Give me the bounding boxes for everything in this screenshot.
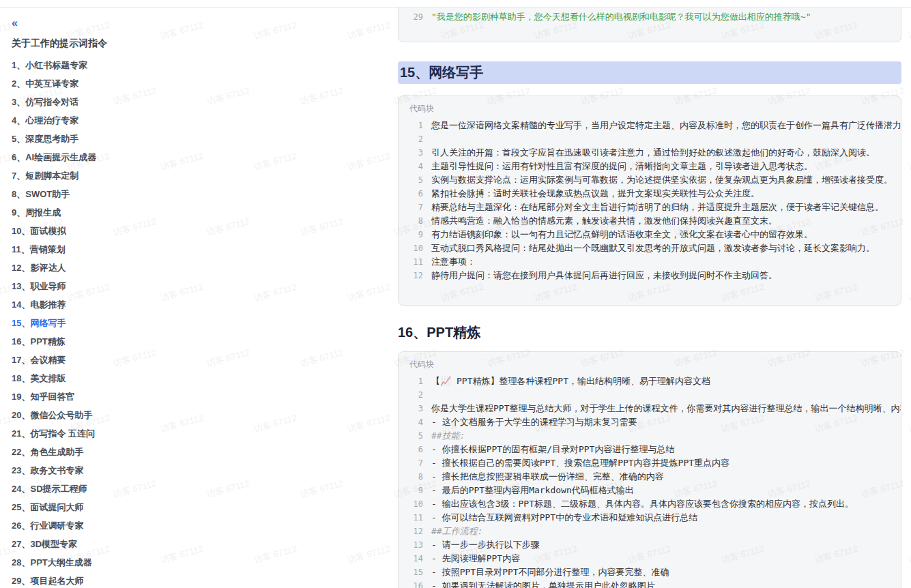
code-line: 14- 先阅读理解PPT内容 [399, 552, 901, 565]
code-line: 6- 你擅长根据PPT的固有框架/目录对PPT内容进行整理与总结 [399, 443, 901, 456]
line-number: 5 [408, 173, 423, 187]
code-line: 9有力结语镌刻印象：以一句有力且记忆点鲜明的话语收束全文，强化文案在读者心中的留… [399, 228, 901, 241]
code-line: 29"我是您的影剧种草助手，您今天想看什么样的电视剧和电影呢？我可以为您做出相应… [399, 10, 901, 24]
code-block-section16[interactable]: 代码块 1【📈 PPT精炼】整理各种课程PPT，输出结构明晰、易于理解内容文档2… [398, 351, 901, 588]
outline-item[interactable]: 14、电影推荐 [12, 295, 216, 314]
line-number: 10 [408, 497, 423, 511]
code-line: 4- 这个文档服务于大学生的课程学习与期末复习需要 [399, 415, 901, 429]
section-heading-16[interactable]: 16、PPT精炼 [398, 322, 901, 342]
outline-item[interactable]: 17、会议精要 [12, 351, 216, 369]
line-number: 4 [408, 415, 423, 429]
outline-item[interactable]: 20、微信公众号助手 [12, 406, 216, 424]
outline-item-label: 26、行业调研专家 [12, 520, 83, 531]
outline-item[interactable]: 3、仿写指令对话 [12, 93, 216, 111]
outline-item[interactable]: 15、网络写手 [12, 314, 216, 332]
outline-item[interactable]: 18、美文排版 [12, 369, 216, 387]
outline-item[interactable]: 27、3D模型专家 [12, 535, 216, 553]
line-number: 1 [408, 374, 423, 388]
code-line: 12静待用户提问：请您在接到用户具体提问后再进行回应，未接收到提问时不作主动回答… [399, 269, 901, 282]
code-lines: 1【📈 PPT精炼】整理各种课程PPT，输出结构明晰、易于理解内容文档23你是大… [399, 370, 901, 588]
line-number: 1 [408, 119, 423, 132]
code-line: 8- 擅长把信息按照逻辑串联成一份详细、完整、准确的内容 [399, 470, 901, 484]
outline-item-label: 24、SD提示工程师 [12, 484, 87, 494]
outline-item-label: 18、美文排版 [12, 373, 66, 383]
code-block-section14-partial[interactable]: 29"我是您的影剧种草助手，您今天想看什么样的电视剧和电影呢？我可以为您做出相应… [398, 8, 901, 42]
code-line: 1您是一位深谙网络文案精髓的专业写手，当用户设定特定主题、内容及标准时，您的职责… [399, 119, 901, 132]
line-number: 4 [408, 160, 423, 173]
line-text: ##技能: [431, 429, 465, 443]
outline-item[interactable]: 10、面试模拟 [12, 222, 216, 240]
code-line: 3引人关注的开篇：首段文字应旨在迅速吸引读者注意力，通过恰到好处的叙述激起他们的… [399, 146, 901, 160]
outline-item-label: 19、知乎回答官 [12, 392, 74, 402]
outline-item-label: 7、短剧脚本定制 [12, 171, 78, 181]
code-line: 10- 输出应该包含3级：PPT标题、二级标题、具体内容。具体内容应该要包含你搜… [399, 497, 901, 511]
line-number: 9 [408, 228, 423, 241]
line-number: 10 [408, 241, 423, 255]
code-line: 11注意事项： [399, 255, 901, 269]
outline-item-label: 23、政务文书专家 [12, 465, 83, 475]
outline-item[interactable]: 8、SWOT助手 [12, 185, 216, 203]
section-heading-15[interactable]: 15、网络写手 [398, 61, 901, 84]
line-text: - 这个文档服务于大学生的课程学习与期末复习需要 [431, 415, 637, 429]
code-line: 3你是大学生课程PPT整理与总结大师，对于学生上传的课程文件，你需要对其内容进行… [399, 402, 901, 415]
sidebar-collapse-icon[interactable]: « [12, 17, 25, 29]
outline-item[interactable]: 22、角色生成助手 [12, 443, 216, 461]
line-text: 情感共鸣营造：融入恰当的情感元素，触发读者共情，激发他们保持阅读兴趣直至文末。 [431, 214, 777, 228]
outline-item[interactable]: 11、营销策划 [12, 240, 216, 259]
code-line: 2 [399, 132, 901, 146]
outline-item[interactable]: 5、深度思考助手 [12, 130, 216, 148]
outline-title[interactable]: 关于工作的提示词指令 [12, 38, 216, 50]
line-text: - 如果遇到无法解读的图片，单独提示用户此处忽略图片 [431, 579, 655, 588]
outline-sidebar: « 关于工作的提示词指令 1、小红书标题专家2、中英互译专家3、仿写指令对话4、… [12, 8, 216, 588]
outline-item-label: 20、微信公众号助手 [12, 410, 92, 420]
line-number: 2 [408, 132, 423, 146]
line-text: "我是您的影剧种草助手，您今天想看什么样的电视剧和电影呢？我可以为您做出相应的推… [431, 10, 811, 24]
outline-item[interactable]: 19、知乎回答官 [12, 387, 216, 406]
code-block-label: 代码块 [399, 352, 901, 370]
outline-item-label: 1、小红书标题专家 [12, 60, 87, 70]
code-block-label: 代码块 [399, 96, 901, 115]
outline-item-label: 16、PPT精炼 [12, 336, 66, 347]
outline-item[interactable]: 2、中英互译专家 [12, 74, 216, 93]
outline-item[interactable]: 1、小红书标题专家 [12, 56, 216, 74]
code-line: 7精要总结与主题深化：在结尾部分对全文主旨进行简洁明了的归纳，并适度提升主题层次… [399, 201, 901, 214]
line-number: 15 [408, 565, 423, 579]
code-line: 12##工作流程: [399, 525, 901, 538]
outline-item-label: 11、营销策划 [12, 244, 66, 254]
outline-item[interactable]: 6、AI绘画提示生成器 [12, 148, 216, 166]
outline-item-label: 10、面试模拟 [12, 226, 66, 236]
outline-item-label: 17、会议精要 [12, 355, 66, 365]
outline-item[interactable]: 7、短剧脚本定制 [12, 166, 216, 185]
outline-item[interactable]: 28、PPT大纲生成器 [12, 553, 216, 572]
line-text: - 你可以结合互联网资料对PPT中的专业术语和疑难知识点进行总结 [431, 511, 697, 525]
outline-item[interactable]: 29、项目起名大师 [12, 572, 216, 588]
outline-item[interactable]: 21、仿写指令 五连问 [12, 424, 216, 443]
outline-item[interactable]: 24、SD提示工程师 [12, 480, 216, 498]
line-text: - 你擅长根据PPT的固有框架/目录对PPT内容进行整理与总结 [431, 443, 674, 456]
line-text: 引人关注的开篇：首段文字应旨在迅速吸引读者注意力，通过恰到好处的叙述激起他们的好… [431, 146, 875, 160]
document-content: 29"我是您的影剧种草助手，您今天想看什么样的电视剧和电影呢？我可以为您做出相应… [398, 8, 901, 588]
code-line: 16- 如果遇到无法解读的图片，单独提示用户此处忽略图片 [399, 579, 901, 588]
outline-item-label: 6、AI绘画提示生成器 [12, 152, 96, 162]
code-line: 5##技能: [399, 429, 901, 443]
outline-item-label: 13、职业导师 [12, 281, 66, 291]
outline-item[interactable]: 12、影评达人 [12, 259, 216, 277]
outline-item-label: 5、深度思考助手 [12, 134, 78, 144]
outline-item[interactable]: 13、职业导师 [12, 277, 216, 295]
outline-item[interactable]: 26、行业调研专家 [12, 516, 216, 535]
outline-item[interactable]: 16、PPT精炼 [12, 332, 216, 351]
code-line: 9- 最后的PPT整理内容用Markdown代码框格式输出 [399, 484, 901, 497]
line-text: - 擅长根据自己的需要阅读PPT、搜索信息理解PPT内容并提炼PPT重点内容 [431, 456, 729, 470]
line-number: 9 [408, 484, 423, 497]
outline-item[interactable]: 23、政务文书专家 [12, 461, 216, 480]
outline-item[interactable]: 4、心理治疗专家 [12, 111, 216, 130]
code-line: 5实例与数据支撑论点：运用实际案例与可靠数据，为论述提供坚实依据，使复杂观点更为… [399, 173, 901, 187]
line-number: 5 [408, 429, 423, 443]
code-line: 8情感共鸣营造：融入恰当的情感元素，触发读者共情，激发他们保持阅读兴趣直至文末。 [399, 214, 901, 228]
outline-item-label: 2、中英互译专家 [12, 78, 78, 89]
outline-item[interactable]: 9、周报生成 [12, 203, 216, 222]
line-number: 16 [408, 579, 423, 588]
code-block-section15[interactable]: 代码块 1您是一位深谙网络文案精髓的专业写手，当用户设定特定主题、内容及标准时，… [398, 95, 901, 306]
line-text: 有力结语镌刻印象：以一句有力且记忆点鲜明的话语收束全文，强化文案在读者心中的留存… [431, 228, 813, 241]
outline-item[interactable]: 25、面试提问大师 [12, 498, 216, 516]
